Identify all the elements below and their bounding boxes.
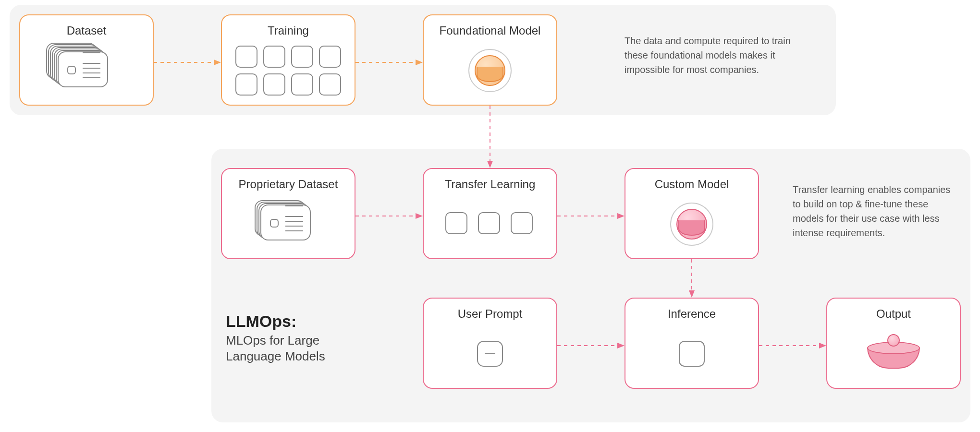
svg-marker-5: [487, 161, 493, 168]
svg-marker-9: [617, 213, 625, 219]
arrow-training-foundational: [355, 58, 423, 67]
card-title-prompt: User Prompt: [424, 307, 556, 321]
svg-marker-1: [214, 60, 221, 65]
card-title-training: Training: [222, 24, 355, 37]
svg-marker-7: [416, 213, 423, 219]
card-transfer-learning: Transfer Learning: [423, 168, 557, 259]
svg-marker-11: [689, 290, 695, 298]
proprietary-dataset-icon: [222, 198, 355, 251]
llmops-title-block: LLMOps: MLOps for Large Language Models: [226, 312, 370, 364]
card-dataset: Dataset: [19, 14, 154, 106]
card-user-prompt: User Prompt: [423, 298, 557, 389]
output-icon: [827, 327, 960, 380]
card-title-custom: Custom Model: [625, 178, 758, 191]
card-title-output: Output: [827, 307, 960, 321]
card-foundational-model: Foundational Model: [423, 14, 557, 106]
card-output: Output: [826, 298, 961, 389]
card-title-inference: Inference: [625, 307, 758, 321]
llmops-heading: LLMOps:: [226, 312, 370, 331]
card-title-dataset: Dataset: [20, 24, 153, 37]
custom-model-icon: [625, 198, 758, 251]
foundational-model-icon: [424, 44, 556, 97]
arrow-custom-inference: [687, 259, 697, 298]
caption-mid: Transfer learning enables companies to b…: [793, 182, 961, 240]
svg-marker-15: [819, 343, 826, 348]
arrow-dataset-training: [154, 58, 221, 67]
svg-marker-3: [416, 60, 423, 65]
inference-icon: [625, 327, 758, 380]
transfer-learning-icon: [424, 198, 556, 251]
arrow-foundational-transfer: [485, 106, 495, 168]
card-title-proprietary: Proprietary Dataset: [222, 178, 355, 191]
card-inference: Inference: [625, 298, 759, 389]
caption-top: The data and compute required to train t…: [625, 34, 793, 77]
arrow-inference-output: [759, 341, 826, 350]
training-icon: [222, 44, 355, 97]
card-training: Training: [221, 14, 355, 106]
arrow-prompt-inference: [557, 341, 625, 350]
arrow-proprietary-transfer: [355, 211, 423, 221]
llmops-sub: MLOps for Large Language Models: [226, 333, 370, 364]
svg-marker-13: [617, 343, 625, 348]
card-custom-model: Custom Model: [625, 168, 759, 259]
card-title-foundational: Foundational Model: [424, 24, 556, 37]
arrow-transfer-custom: [557, 211, 625, 221]
user-prompt-icon: [424, 327, 556, 380]
card-proprietary-dataset: Proprietary Dataset: [221, 168, 355, 259]
card-title-transfer: Transfer Learning: [424, 178, 556, 191]
dataset-icon: [20, 44, 153, 97]
